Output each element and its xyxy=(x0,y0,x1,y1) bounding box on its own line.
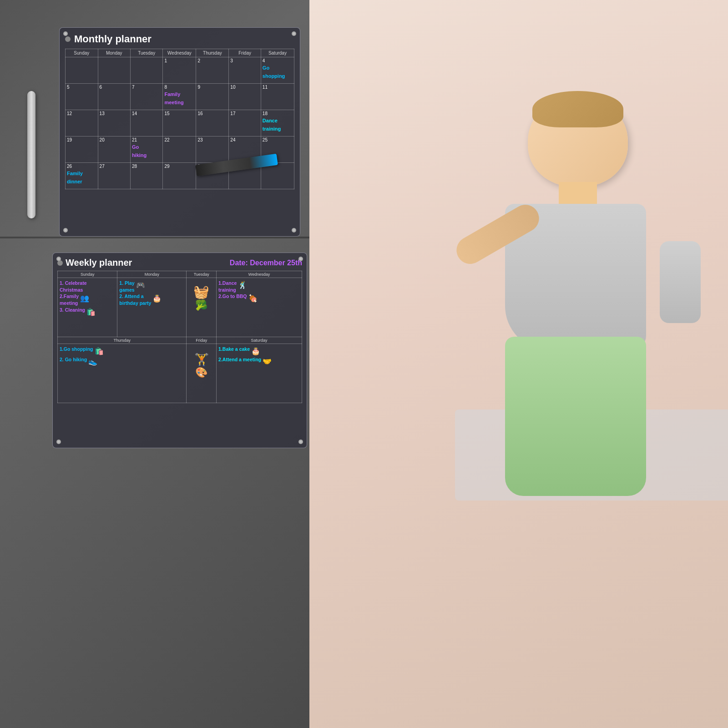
event-bbq: 2.Go to BBQ 🍖 xyxy=(218,293,300,303)
event-palette-icon: 🎨 xyxy=(188,367,214,379)
event-bake-cake: 1.Bake a cake 🎂 xyxy=(218,346,300,356)
event-dance-training: 1.Dancetraining 🕺 xyxy=(218,280,300,293)
weekly-header: Weekly planner Date: December 25th xyxy=(57,258,302,268)
event-family-meeting: 2.Familymeeting 👥 xyxy=(60,293,115,306)
event-laundry-icon: 🧺 xyxy=(188,280,214,299)
fridge-seam xyxy=(0,237,309,238)
weekly-planner-board: Weekly planner Date: December 25th Sunda… xyxy=(52,253,307,448)
monthly-calendar-grid: Sunday Monday Tuesday Wednesday Thursday… xyxy=(65,49,294,189)
fridge-handle xyxy=(27,91,35,218)
event-birthday: 2. Attend abirthday party 🎂 xyxy=(119,293,184,306)
week-col-wednesday: Wednesday xyxy=(217,271,302,278)
screw-top-right xyxy=(298,257,303,261)
monthly-planner-board: Monthly planner Sunday Monday Tuesday We… xyxy=(59,27,300,237)
cal-cell: 17 xyxy=(229,110,261,136)
col-saturday: Saturday xyxy=(261,49,294,57)
screw-bottom-right xyxy=(292,228,296,233)
cal-cell: 14 xyxy=(130,110,163,136)
weekly-cell-thursday: 1.Go shopping 🛍️ 2. Go hiking 👟 xyxy=(58,344,187,403)
week-col-monday: Monday xyxy=(117,271,187,278)
title-dot xyxy=(65,36,71,42)
screw-top-left xyxy=(63,31,68,36)
monthly-title: Monthly planner xyxy=(65,33,294,45)
col-sunday: Sunday xyxy=(66,49,98,57)
weekly-cell-wednesday: 1.Dancetraining 🕺 2.Go to BBQ 🍖 xyxy=(217,278,302,337)
screw-top-left xyxy=(56,257,61,261)
week-col-sunday: Sunday xyxy=(58,271,117,278)
weekly-grid: Sunday Monday Tuesday Wednesday 1. Celeb… xyxy=(57,271,302,403)
col-monday: Monday xyxy=(98,49,130,57)
week-col-thursday: Thursday xyxy=(58,337,187,344)
event-cleaning: 3. Cleaning 🛍️ xyxy=(60,307,115,317)
cal-cell: 1 xyxy=(163,57,196,84)
cal-cell: 6 xyxy=(98,84,130,110)
col-thursday: Thursday xyxy=(196,49,229,57)
screw-bottom-left xyxy=(56,440,61,444)
weekly-cell-monday: 1. Playgames 🎮 2. Attend abirthday party… xyxy=(117,278,187,337)
event-go-shopping: 1.Go shopping 🛍️ xyxy=(60,346,184,356)
boy-arm-right xyxy=(660,241,701,323)
col-tuesday: Tuesday xyxy=(130,49,163,57)
week-col-saturday: Saturday xyxy=(217,337,302,344)
week-row-3: 12 13 14 15 16 17 18 D xyxy=(66,110,294,136)
screw-bottom-left xyxy=(63,228,68,233)
cal-cell: 5 xyxy=(66,84,98,110)
screw-bottom-right xyxy=(298,440,303,444)
week-col-friday: Friday xyxy=(187,337,217,344)
cal-cell: 19 xyxy=(66,136,98,163)
cal-cell: 21 Gohiking xyxy=(130,136,163,163)
cal-cell: 27 xyxy=(98,163,130,189)
weekly-cell-saturday: 1.Bake a cake 🎂 2.Attend a meeting 🤝 xyxy=(217,344,302,403)
cal-cell: 13 xyxy=(98,110,130,136)
cal-cell: 16 xyxy=(196,110,229,136)
event-attend-meeting: 2.Attend a meeting 🤝 xyxy=(218,356,300,367)
boy-pants xyxy=(505,337,646,496)
cal-cell: 18 Dancetraining xyxy=(261,110,294,136)
col-friday: Friday xyxy=(229,49,261,57)
event-celebrate: 1. CelebrateChristmas xyxy=(60,280,115,293)
cal-cell xyxy=(66,57,98,84)
cal-cell: 11 xyxy=(261,84,294,110)
cal-cell: 23 xyxy=(196,136,229,163)
event-go-hiking: 2. Go hiking 👟 xyxy=(60,356,184,367)
weekly-cell-tuesday: 🧺 🥦 xyxy=(187,278,217,337)
cal-cell: 9 xyxy=(196,84,229,110)
event-broccoli-icon: 🥦 xyxy=(188,299,214,311)
cal-cell xyxy=(98,57,130,84)
cal-cell: 8 Familymeeting xyxy=(163,84,196,110)
event-play-games: 1. Playgames 🎮 xyxy=(119,280,184,293)
cal-cell: 15 xyxy=(163,110,196,136)
weekly-cell-sunday: 1. CelebrateChristmas 2.Familymeeting 👥 … xyxy=(58,278,117,337)
weekly-top-row: 1. CelebrateChristmas 2.Familymeeting 👥 … xyxy=(58,278,302,337)
boy-hair xyxy=(532,91,623,127)
weekly-bottom-row: 1.Go shopping 🛍️ 2. Go hiking 👟 🏋️ 🎨 xyxy=(58,344,302,403)
screw-top-right xyxy=(292,31,296,36)
cal-cell xyxy=(130,57,163,84)
week-col-tuesday: Tuesday xyxy=(187,271,217,278)
col-wednesday: Wednesday xyxy=(163,49,196,57)
week-row-2: 5 6 7 8 Familymeeting 9 10 xyxy=(66,84,294,110)
cal-cell: 26 Familydinner xyxy=(66,163,98,189)
week-row-1: 1 2 3 4 Goshopping xyxy=(66,57,294,84)
cal-cell: 2 xyxy=(196,57,229,84)
boy-figure xyxy=(450,82,714,710)
weekly-cell-friday: 🏋️ 🎨 xyxy=(187,344,217,403)
cal-cell xyxy=(261,163,294,189)
cal-cell: 3 xyxy=(229,57,261,84)
weekly-title: Weekly planner xyxy=(57,258,132,268)
cal-cell: 28 xyxy=(130,163,163,189)
weekly-date: Date: December 25th xyxy=(230,259,302,267)
event-weights-icon: 🏋️ xyxy=(188,346,214,367)
cal-cell: 12 xyxy=(66,110,98,136)
cal-cell: 22 xyxy=(163,136,196,163)
boy-neck xyxy=(559,182,597,205)
cal-cell: 20 xyxy=(98,136,130,163)
cal-cell: 4 Goshopping xyxy=(261,57,294,84)
cal-cell: 7 xyxy=(130,84,163,110)
cal-cell: 29 xyxy=(163,163,196,189)
boy-head xyxy=(528,96,628,187)
cal-cell: 10 xyxy=(229,84,261,110)
